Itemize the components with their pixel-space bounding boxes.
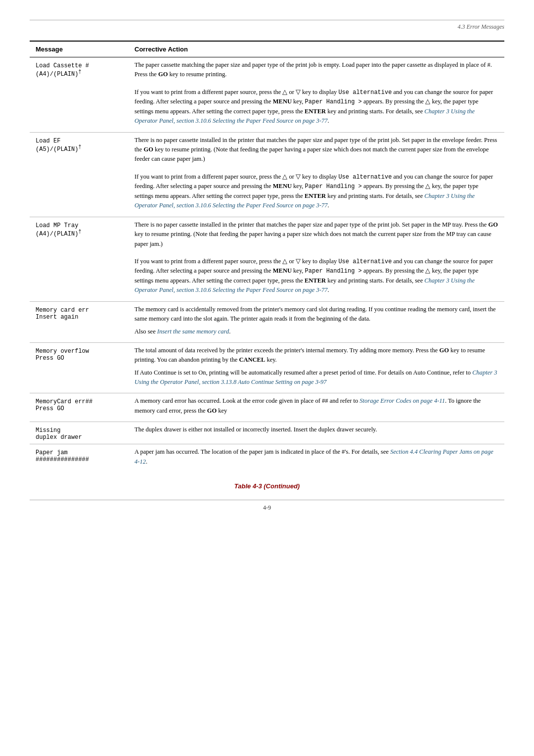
table-row: Memory card errInsert again The memory c… xyxy=(30,301,504,342)
header-section: 4.3 Error Messages xyxy=(30,23,504,31)
action-cell-continuation: If you want to print from a different pa… xyxy=(129,86,504,132)
action-cell: The paper cassette matching the paper si… xyxy=(129,57,504,86)
action-paragraph: If you want to print from a different pa… xyxy=(134,257,498,295)
message-text: Load MP Tray(A4)/(PLAIN) xyxy=(36,222,78,237)
table-caption: Table 4-3 (Continued) xyxy=(30,482,504,490)
message-cell: Load EF(A5)/(PLAIN)† xyxy=(30,132,129,170)
message-text: MemoryCard err##Press GO xyxy=(36,398,92,412)
table-row: Load EF(A5)/(PLAIN)† There is no paper c… xyxy=(30,132,504,170)
message-text: Missingduplex drawer xyxy=(36,427,82,441)
link-memory-card[interactable]: Insert the same memory card xyxy=(157,328,229,335)
error-messages-table: Message Corrective Action Load Cassette … xyxy=(30,41,504,472)
page-container: 4.3 Error Messages Message Corrective Ac… xyxy=(0,0,534,756)
col-corrective-header: Corrective Action xyxy=(129,41,504,57)
action-cell: The duplex drawer is either not installe… xyxy=(129,422,504,444)
message-cell: Load MP Tray(A4)/(PLAIN)† xyxy=(30,217,129,255)
message-cell-empty xyxy=(30,255,129,301)
header-rule xyxy=(30,20,504,20)
action-cell: A memory card error has occurred. Look a… xyxy=(129,393,504,422)
footer-section: 4-9 xyxy=(30,504,504,512)
table-row: Memory overflowPress GO The total amount… xyxy=(30,342,504,393)
message-cell: MemoryCard err##Press GO xyxy=(30,393,129,422)
message-cell: Paper jam############### xyxy=(30,444,129,472)
table-row: Missingduplex drawer The duplex drawer i… xyxy=(30,422,504,444)
action-paragraph: If you want to print from a different pa… xyxy=(134,88,498,126)
action-paragraph: There is no paper cassette installed in … xyxy=(134,220,498,249)
message-text: Memory overflowPress GO xyxy=(36,348,89,362)
link-memory-overflow[interactable]: Chapter 3 Using the Operator Panel, sect… xyxy=(134,369,497,385)
table-row: Paper jam############### A paper jam has… xyxy=(30,444,504,472)
col-message-header: Message xyxy=(30,41,129,57)
message-text: Load EF(A5)/(PLAIN) xyxy=(36,138,78,153)
header-title: 4.3 Error Messages xyxy=(457,23,504,31)
action-paragraph: If you want to print from a different pa… xyxy=(134,172,498,211)
page-number: 4-9 xyxy=(263,504,271,512)
table-row: MemoryCard err##Press GO A memory card e… xyxy=(30,393,504,422)
table-row: Load Cassette #(A4)/(PLAIN)† The paper c… xyxy=(30,57,504,86)
message-cell: Missingduplex drawer xyxy=(30,422,129,444)
action-paragraph: The memory card is accidentally removed … xyxy=(134,305,498,324)
action-cell: There is no paper cassette installed in … xyxy=(129,132,504,170)
message-text: Memory card errInsert again xyxy=(36,307,89,321)
table-row-continuation: If you want to print from a different pa… xyxy=(30,170,504,217)
message-cell: Memory overflowPress GO xyxy=(30,342,129,393)
link-storage-error[interactable]: Storage Error Codes on page 4-11 xyxy=(359,397,445,404)
table-row-continuation: If you want to print from a different pa… xyxy=(30,86,504,132)
action-cell: A paper jam has occurred. The location o… xyxy=(129,444,504,472)
message-text: Load Cassette #(A4)/(PLAIN)† xyxy=(36,62,89,78)
action-paragraph: The paper cassette matching the paper si… xyxy=(134,60,498,80)
table-row: Load MP Tray(A4)/(PLAIN)† There is no pa… xyxy=(30,217,504,255)
action-paragraph-autocontinue: If Auto Continue is set to On, printing … xyxy=(134,368,498,387)
action-paragraph: The duplex drawer is either not installe… xyxy=(134,425,498,434)
action-cell: The memory card is accidentally removed … xyxy=(129,301,504,342)
message-text: Paper jam############### xyxy=(36,449,89,463)
action-cell-continuation: If you want to print from a different pa… xyxy=(129,170,504,217)
action-paragraph: There is no paper cassette installed in … xyxy=(134,136,498,164)
action-cell: There is no paper cassette installed in … xyxy=(129,217,504,255)
table-header-row: Message Corrective Action xyxy=(30,41,504,57)
action-paragraph: A paper jam has occurred. The location o… xyxy=(134,447,498,467)
message-cell-empty xyxy=(30,170,129,217)
action-paragraph: A memory card error has occurred. Look a… xyxy=(134,396,498,416)
footer-rule xyxy=(30,500,504,500)
link-paper-jam[interactable]: Section 4.4 Clearing Paper Jams on page … xyxy=(134,448,493,465)
action-paragraph-link: Also see Insert the same memory card. xyxy=(134,327,498,336)
message-cell-empty xyxy=(30,86,129,132)
table-row-continuation: If you want to print from a different pa… xyxy=(30,255,504,301)
message-cell: Load Cassette #(A4)/(PLAIN)† xyxy=(30,57,129,86)
action-paragraph: The total amount of data received by the… xyxy=(134,346,498,365)
message-cell: Memory card errInsert again xyxy=(30,301,129,342)
action-cell-continuation: If you want to print from a different pa… xyxy=(129,255,504,301)
action-cell: The total amount of data received by the… xyxy=(129,342,504,393)
